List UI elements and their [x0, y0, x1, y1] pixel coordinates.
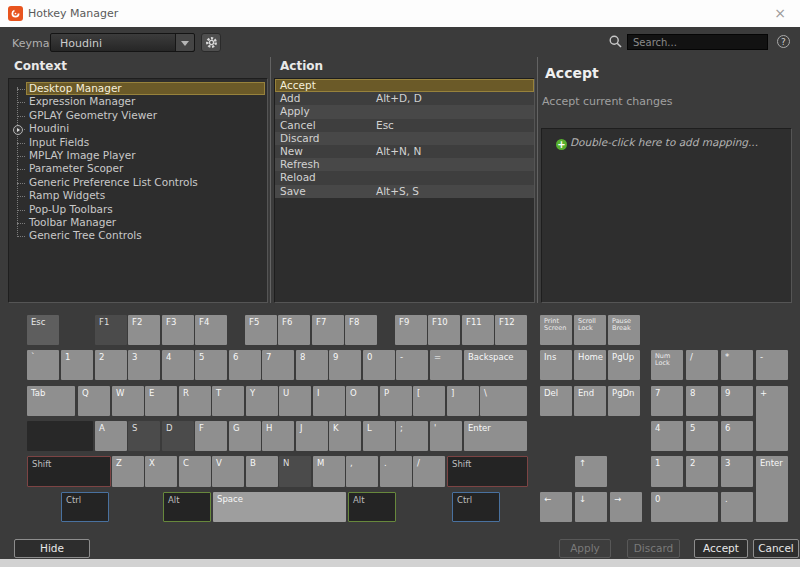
- key-f3[interactable]: F3: [162, 315, 194, 345]
- key-ctrl-1[interactable]: Ctrl: [452, 492, 500, 522]
- key-g[interactable]: G: [229, 421, 261, 451]
- key-2[interactable]: 2: [95, 350, 127, 380]
- help-button[interactable]: ?: [777, 35, 790, 48]
- key-y[interactable]: Y: [246, 386, 278, 416]
- key-esc[interactable]: Esc: [27, 315, 59, 345]
- key-s[interactable]: S: [128, 421, 160, 451]
- panel-divider[interactable]: [537, 57, 538, 303]
- key-plus[interactable]: +: [756, 386, 788, 451]
- tree-item-mplay-image-player[interactable]: MPLAY Image Player: [9, 149, 267, 162]
- key-arrow-left[interactable]: ←: [540, 492, 572, 522]
- key-9[interactable]: 9: [329, 350, 361, 380]
- key-backtick[interactable]: `: [27, 350, 59, 380]
- key-f5[interactable]: F5: [245, 315, 277, 345]
- key-8-1[interactable]: 8: [686, 386, 718, 416]
- key-b[interactable]: B: [246, 456, 278, 487]
- key-arrow-up[interactable]: ↑: [575, 456, 607, 487]
- tree-item-toolbar-manager[interactable]: Toolbar Manager: [9, 216, 267, 229]
- key-pgdn[interactable]: PgDn: [608, 386, 640, 416]
- tree-item-pop-up-toolbars[interactable]: Pop-Up Toolbars: [9, 203, 267, 216]
- key-del[interactable]: Del: [540, 386, 572, 416]
- action-row-new[interactable]: NewAlt+N, N: [275, 145, 534, 158]
- key-period[interactable]: .: [380, 456, 412, 487]
- key-q[interactable]: Q: [78, 386, 110, 416]
- key-slash[interactable]: /: [686, 350, 718, 380]
- key-4[interactable]: 4: [162, 350, 194, 380]
- key-0-1[interactable]: 0: [651, 492, 718, 522]
- key-f1[interactable]: F1: [95, 315, 127, 345]
- key-f9[interactable]: F9: [395, 315, 427, 345]
- key-0[interactable]: 0: [363, 350, 395, 380]
- key-arrow-right[interactable]: →: [610, 492, 642, 522]
- key-l[interactable]: L: [363, 421, 395, 451]
- hide-keyboard-button[interactable]: Hide Keyboard: [14, 539, 90, 558]
- key-pgup[interactable]: PgUp: [608, 350, 640, 380]
- key-f10[interactable]: F10: [428, 315, 460, 345]
- key-bracket-left[interactable]: [: [413, 386, 445, 416]
- action-row-cancel[interactable]: CancelEsc: [275, 119, 534, 132]
- key-slash-1[interactable]: /: [413, 456, 445, 487]
- key-alt-1[interactable]: Alt: [348, 492, 396, 522]
- action-row-accept[interactable]: Accept: [275, 79, 534, 92]
- expand-collapse-icon[interactable]: [13, 125, 23, 135]
- key-4-1[interactable]: 4: [651, 421, 683, 451]
- tree-item-parameter-scoper[interactable]: Parameter Scoper: [9, 162, 267, 175]
- key-7-1[interactable]: 7: [651, 386, 683, 416]
- key-equals[interactable]: =: [430, 350, 462, 380]
- key-u[interactable]: U: [279, 386, 311, 416]
- action-row-reload[interactable]: Reload: [275, 171, 534, 184]
- key-7[interactable]: 7: [262, 350, 294, 380]
- key-asterisk[interactable]: *: [721, 350, 753, 380]
- key-home[interactable]: Home: [574, 350, 606, 380]
- key-comma[interactable]: ,: [346, 456, 378, 487]
- key-f7[interactable]: F7: [312, 315, 344, 345]
- key-2-1[interactable]: 2: [686, 456, 718, 487]
- key-1-1[interactable]: 1: [651, 456, 683, 487]
- key-m[interactable]: M: [313, 456, 345, 487]
- key-3-1[interactable]: 3: [721, 456, 753, 487]
- accept-button[interactable]: Accept: [694, 539, 748, 558]
- action-listbox[interactable]: AcceptAddAlt+D, DApplyCancelEscDiscardNe…: [274, 78, 535, 303]
- key-d[interactable]: D: [162, 421, 194, 451]
- key-h[interactable]: H: [262, 421, 294, 451]
- key-f11[interactable]: F11: [462, 315, 494, 345]
- tree-item-houdini[interactable]: Houdini: [9, 122, 267, 135]
- context-listbox[interactable]: Desktop ManagerExpression ManagerGPLAY G…: [8, 78, 268, 303]
- action-row-discard[interactable]: Discard: [275, 132, 534, 145]
- action-row-refresh[interactable]: Refresh: [275, 158, 534, 171]
- key-ins[interactable]: Ins: [540, 350, 572, 380]
- key-i[interactable]: I: [313, 386, 345, 416]
- add-mapping-hint[interactable]: +Double-click here to add mapping...: [556, 136, 758, 150]
- key-period-1[interactable]: .: [721, 492, 753, 522]
- key-space[interactable]: Space: [213, 492, 346, 522]
- key-f4[interactable]: F4: [195, 315, 227, 345]
- key-c[interactable]: C: [179, 456, 211, 487]
- key-shift-1[interactable]: Shift: [447, 456, 528, 487]
- search-input[interactable]: [627, 34, 768, 50]
- action-row-save[interactable]: SaveAlt+S, S: [275, 185, 534, 198]
- key-ctrl[interactable]: Ctrl: [61, 492, 109, 522]
- key-6[interactable]: 6: [229, 350, 261, 380]
- key-r[interactable]: R: [179, 386, 211, 416]
- key-6-1[interactable]: 6: [721, 421, 753, 451]
- key-f8[interactable]: F8: [345, 315, 377, 345]
- key-enter[interactable]: Enter: [464, 421, 527, 451]
- key-j[interactable]: J: [296, 421, 328, 451]
- key-alt[interactable]: Alt: [163, 492, 211, 522]
- key-scroll-lock[interactable]: Scroll Lock: [574, 315, 606, 345]
- chevron-down-icon[interactable]: [175, 34, 194, 51]
- tree-item-generic-preference-list-controls[interactable]: Generic Preference List Controls: [9, 176, 267, 189]
- key-p[interactable]: P: [380, 386, 412, 416]
- key-apostrophe[interactable]: ': [430, 421, 462, 451]
- key-k[interactable]: K: [329, 421, 361, 451]
- tree-item-ramp-widgets[interactable]: Ramp Widgets: [9, 189, 267, 202]
- key-pause-break[interactable]: Pause Break: [608, 315, 640, 345]
- panel-divider[interactable]: [270, 57, 271, 303]
- tree-item-input-fields[interactable]: Input Fields: [9, 136, 267, 149]
- cancel-button[interactable]: Cancel: [753, 539, 799, 558]
- key-z[interactable]: Z: [112, 456, 144, 487]
- key-shift[interactable]: Shift: [27, 456, 111, 487]
- action-row-apply[interactable]: Apply: [275, 105, 534, 118]
- key-print-screen[interactable]: Print Screen: [540, 315, 572, 345]
- mapping-box[interactable]: +Double-click here to add mapping...: [541, 128, 792, 303]
